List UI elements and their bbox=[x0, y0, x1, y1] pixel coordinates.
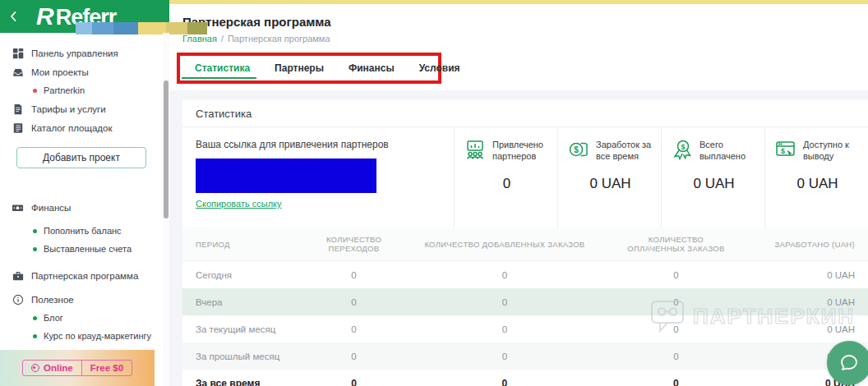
free-pill[interactable]: Free $0 bbox=[81, 361, 132, 375]
coins-icon: $ bbox=[568, 139, 589, 160]
cell-period: Вчера bbox=[182, 288, 306, 315]
stat-label: Привлечено партнеров bbox=[492, 139, 549, 163]
cell-clicks: 0 bbox=[306, 370, 402, 386]
tab-terms[interactable]: Условия bbox=[419, 56, 460, 80]
stat-card-paid-out: $ Всего выплачено 0 UAH bbox=[661, 127, 764, 227]
green-dot-icon bbox=[33, 316, 37, 320]
table-row: Вчера 0 0 0 0 UAH bbox=[182, 288, 868, 315]
sidebar-subitem-partnerkin[interactable]: Partnerkin bbox=[0, 81, 163, 99]
tabs-annotation-box: Статистика Партнеры Финансы Условия bbox=[177, 53, 441, 84]
statistics-card: Статистика Ваша ссылка для привлечения п… bbox=[182, 100, 868, 386]
dashboard-icon bbox=[12, 47, 24, 59]
sidebar-subitem-label: Partnerkin bbox=[44, 85, 85, 95]
online-pill-label: Online bbox=[44, 363, 73, 373]
page-title: Партнерская программа bbox=[182, 15, 855, 29]
cell-clicks: 0 bbox=[306, 261, 402, 289]
tab-partners[interactable]: Партнеры bbox=[275, 56, 324, 80]
sidebar-subitem-blog[interactable]: Блог bbox=[0, 309, 163, 327]
svg-text:$: $ bbox=[574, 145, 579, 154]
online-pill[interactable]: Online bbox=[23, 361, 81, 375]
cell-earned: 0 UAH bbox=[745, 315, 868, 342]
logo-mark: R bbox=[36, 2, 53, 30]
stat-card-earnings: $ Заработок за все время 0 UAH bbox=[557, 127, 661, 227]
sidebar-item-label: Панель управления bbox=[31, 48, 118, 58]
breadcrumb: Главная / Партнерская программа bbox=[182, 34, 855, 44]
copy-link-button[interactable]: Скопировать ссылку bbox=[196, 199, 282, 209]
cell-earned: 0 UAH bbox=[745, 288, 868, 315]
sidebar-subitem-label: Пополнить баланс bbox=[44, 226, 122, 236]
award-badge-icon: $ bbox=[672, 139, 693, 160]
scrollbar-thumb[interactable] bbox=[164, 80, 169, 218]
promo-banner[interactable]: Online Free $0 bbox=[0, 350, 155, 386]
statistics-card-title: Статистика bbox=[182, 100, 868, 127]
sidebar-item-catalog[interactable]: Каталог площадок bbox=[0, 118, 163, 137]
sidebar-subitem-label: Курс по крауд-маркетингу bbox=[44, 331, 151, 341]
main-content: Партнерская программа Главная / Партнерс… bbox=[169, 0, 868, 386]
breadcrumb-separator: / bbox=[221, 34, 224, 44]
sidebar-subitem-topup-balance[interactable]: Пополнить баланс bbox=[0, 222, 163, 240]
cell-earned: 0 UAH bbox=[745, 261, 868, 289]
sidebar-item-label: Финансы bbox=[31, 203, 71, 213]
banknote-icon bbox=[12, 201, 24, 214]
svg-text:$: $ bbox=[681, 143, 685, 151]
cell-period: За текущий месяц bbox=[182, 315, 306, 342]
page-header: Партнерская программа Главная / Партнерс… bbox=[169, 4, 868, 90]
chat-widget-button[interactable] bbox=[827, 341, 868, 385]
referr-logo[interactable]: R Referr bbox=[36, 2, 116, 30]
info-icon bbox=[12, 293, 24, 306]
periods-table: ПЕРИОД КОЛИЧЕСТВО ПЕРЕХОДОВ КОЛИЧЕСТВО Д… bbox=[182, 227, 868, 386]
chat-bubble-icon bbox=[838, 352, 861, 375]
tab-finance[interactable]: Финансы bbox=[349, 56, 395, 80]
document-icon bbox=[12, 103, 24, 115]
cell-added: 0 bbox=[402, 370, 607, 386]
cell-paid: 0 bbox=[607, 315, 745, 342]
sidebar-subitem-invoices[interactable]: Выставленные счета bbox=[0, 240, 163, 258]
censored-referral-link bbox=[196, 159, 376, 193]
col-earned: ЗАРАБОТАНО (UAH) bbox=[745, 227, 868, 261]
sidebar-item-my-projects[interactable]: Мои проекты bbox=[0, 62, 163, 81]
cell-period: За прошлый месяц bbox=[182, 342, 306, 370]
cell-paid: 0 bbox=[607, 288, 745, 315]
referral-link-label: Ваша ссылка для привлечения партнеров bbox=[196, 139, 441, 150]
sidebar-item-label: Мои проекты bbox=[31, 67, 89, 77]
catalog-icon bbox=[12, 122, 24, 134]
censor-blocks-overlay bbox=[76, 22, 207, 34]
stat-value: 0 UAH bbox=[568, 176, 653, 192]
table-row: За текущий месяц 0 0 0 0 UAH bbox=[182, 315, 868, 342]
sidebar-scrollbar[interactable] bbox=[163, 33, 169, 386]
cell-period: Сегодня bbox=[182, 261, 306, 289]
sidebar-item-useful[interactable]: Полезное bbox=[0, 290, 163, 309]
stat-card-available: $ Доступно к выводу 0 UAH bbox=[764, 127, 868, 227]
stat-label: Заработок за все время bbox=[596, 139, 653, 163]
collapse-sidebar-button[interactable] bbox=[0, 11, 21, 21]
sidebar-header: R Referr bbox=[0, 0, 169, 33]
briefcase-icon bbox=[12, 269, 24, 282]
free-pill-label: Free $0 bbox=[90, 363, 123, 373]
tab-statistics[interactable]: Статистика bbox=[195, 56, 250, 80]
sidebar-item-dashboard[interactable]: Панель управления bbox=[0, 44, 163, 62]
cell-added: 0 bbox=[402, 288, 607, 315]
sidebar-subitem-crowd-course[interactable]: Курс по крауд-маркетингу bbox=[0, 327, 163, 345]
cell-paid: 0 bbox=[607, 370, 745, 386]
stat-card-partners: Привлечено партнеров 0 bbox=[454, 127, 557, 227]
add-project-button[interactable]: Добавить проект bbox=[16, 147, 146, 168]
green-dot-icon bbox=[33, 334, 37, 338]
stat-label: Доступно к выводу bbox=[803, 139, 860, 163]
cell-added: 0 bbox=[402, 315, 607, 342]
cell-added: 0 bbox=[402, 261, 607, 289]
stat-value: 0 UAH bbox=[775, 176, 860, 192]
cell-clicks: 0 bbox=[306, 315, 402, 342]
cell-paid: 0 bbox=[607, 261, 745, 289]
sidebar-item-finance[interactable]: Финансы bbox=[0, 198, 163, 217]
sidebar-item-label: Полезное bbox=[31, 295, 74, 305]
sidebar-item-label: Партнерская программа bbox=[31, 271, 138, 281]
sidebar-item-tariffs[interactable]: Тарифы и услуги bbox=[0, 99, 163, 118]
withdraw-window-icon: $ bbox=[775, 139, 796, 160]
sidebar-item-partner-program[interactable]: Партнерская программа bbox=[0, 266, 163, 285]
breadcrumb-current: Партнерская программа bbox=[228, 34, 330, 44]
cell-period: За все время bbox=[182, 370, 306, 386]
inbox-icon bbox=[12, 66, 24, 78]
col-clicks: КОЛИЧЕСТВО ПЕРЕХОДОВ bbox=[306, 227, 402, 261]
online-status-icon bbox=[31, 364, 39, 372]
breadcrumb-home-link[interactable]: Главная bbox=[182, 34, 217, 44]
